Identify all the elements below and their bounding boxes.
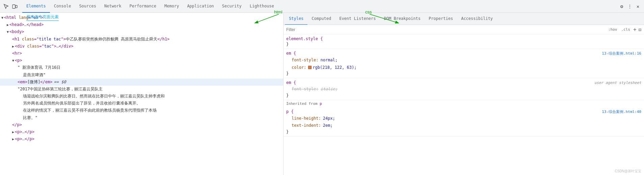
rule-header-em1: em { 13-综合案例.html:16 (286, 51, 641, 56)
tab-elements[interactable]: Elements (22, 0, 50, 13)
triangle-p[interactable] (12, 59, 14, 62)
right-tabs: Styles Computed Event Listeners DOM Brea… (284, 13, 644, 25)
device-toolbar-icon[interactable] (11, 3, 18, 10)
dom-line-div[interactable]: <div class="tac">…</div> (0, 43, 283, 50)
css-property-font-style-ua: font-style: italic; (286, 86, 641, 93)
svg-rect-0 (12, 5, 15, 8)
dom-line-html[interactable]: <html lang="en"> (0, 14, 283, 21)
dom-line-p2[interactable]: <p>…</p> (0, 128, 283, 136)
tab-security[interactable]: Security (218, 0, 246, 13)
css-source-em1[interactable]: 13-综合案例.html:16 (602, 51, 641, 56)
tab-network[interactable]: Network (100, 0, 126, 13)
css-closing-brace-em2: } (286, 93, 641, 98)
right-tab-properties[interactable]: Properties (425, 13, 457, 25)
styles-panel-container: Styles Computed Event Listeners DOM Brea… (284, 13, 644, 175)
right-tab-styles[interactable]: Styles (285, 13, 307, 25)
css-selector-em2[interactable]: em { (286, 80, 296, 85)
tab-performance[interactable]: Performance (126, 0, 160, 13)
triangle-html[interactable] (1, 16, 3, 20)
rule-header-em2: em { user agent stylesheet (286, 80, 641, 85)
css-rule-em-1: em { 13-综合案例.html:16 font-style: normal;… (284, 49, 644, 78)
triangle-p3[interactable] (12, 137, 14, 141)
color-swatch[interactable] (308, 66, 312, 69)
css-selector[interactable]: element.style { (286, 36, 323, 41)
more-icon[interactable]: ⋮ (626, 3, 633, 10)
user-agent-label: user agent stylesheet (594, 81, 641, 85)
right-tab-dom-breakpoints[interactable]: DOM Breakpoints (380, 13, 425, 25)
inherited-from-tag: p (320, 101, 322, 106)
filter-bar: :hov .cls + ⊡ (284, 25, 644, 34)
styles-content: :hov .cls + ⊡ element.style { } (284, 25, 644, 175)
dom-line-head[interactable]: <head>…</head> (0, 21, 283, 28)
dom-line-body[interactable]: <body> (0, 28, 283, 35)
css-rule-p: p { 13-综合案例.html:40 line-height: 24px; t… (284, 107, 644, 137)
dom-line-text7[interactable]: 比赛。" (0, 114, 283, 121)
hov-button[interactable]: :hov (607, 27, 618, 32)
dom-line-p-close[interactable]: </p> (0, 121, 283, 128)
filter-right: :hov .cls + ⊡ (607, 26, 641, 33)
triangle-body[interactable] (7, 30, 9, 34)
close-icon[interactable]: ✕ (635, 3, 641, 10)
dom-line-hr[interactable]: <hr> (0, 50, 283, 57)
dom-line-em[interactable]: <em>[微博]</em>== $0 (0, 79, 283, 86)
devtools-toolbar: Elements Console Sources Network Perform… (0, 0, 644, 13)
svg-rect-1 (16, 5, 17, 8)
dom-line-text2[interactable]: 是燕京啤酒" (0, 71, 283, 79)
cls-button[interactable]: .cls (620, 27, 631, 32)
dom-line-p[interactable]: <p> (0, 57, 283, 64)
css-property-line-height: line-height: 24px; (286, 115, 641, 122)
css-selector-em1[interactable]: em { (286, 51, 296, 56)
css-property-font-style: font-style: normal; (286, 57, 641, 64)
dom-line-text4[interactable]: 场迎战哈尔滨毅腾队的比赛日。然而就在比赛日中午，丽江嘉云昊队主帅李虎和 (0, 93, 283, 100)
css-closing-brace-p: } (286, 129, 641, 134)
css-selector-p[interactable]: p { (286, 109, 294, 114)
main-tabs: Elements Console Sources Network Perform… (22, 0, 617, 12)
dom-tree[interactable]: <html lang="en"> <head>…</head> <body> <… (0, 13, 283, 175)
dom-line-text5[interactable]: 另外两名成员悄然向俱乐部提出了辞呈，并且收拾行囊准备离开。 (0, 100, 283, 107)
select-element-icon[interactable] (3, 3, 9, 10)
tab-sources[interactable]: Sources (75, 0, 100, 13)
watermark: CSDN@茶叶宝宝 (615, 169, 642, 174)
tab-console[interactable]: Console (50, 0, 75, 13)
right-tab-computed[interactable]: Computed (307, 13, 335, 25)
triangle-p2[interactable] (12, 130, 14, 134)
dom-line-text1[interactable]: " 新浪体育讯 7月16日 (0, 64, 283, 71)
new-style-icon[interactable]: ⊡ (639, 27, 641, 32)
tab-lighthouse[interactable]: Lighthouse (246, 0, 278, 13)
tab-memory[interactable]: Memory (160, 0, 183, 13)
right-tab-accessibility[interactable]: Accessibility (457, 13, 497, 25)
toolbar-icons (3, 3, 18, 10)
triangle-div[interactable] (12, 45, 14, 48)
dom-line-text6[interactable]: 在这样的情况下，丽江嘉云昊不得不由此前的教练员杨贵东代理指挥了本场 (0, 107, 283, 114)
css-property-color: color: rgb(218, 122, 63); (286, 64, 641, 71)
css-closing-brace-em1: } (286, 71, 641, 76)
filter-input[interactable] (286, 27, 606, 32)
rule-header-p: p { 13-综合案例.html:40 (286, 109, 641, 114)
css-rule-element-style: element.style { } (284, 34, 644, 49)
css-closing-brace: } (286, 42, 641, 47)
tab-application[interactable]: Application (183, 0, 218, 13)
dom-line-text3[interactable]: "2017中国足协杯第三轮比赛，丽江嘉云昊队主 (0, 86, 283, 93)
dom-line-h1[interactable]: <h1 class="title tac">中乙队赛前突然换帅仍胜貌腾 高原黑马… (0, 36, 283, 43)
css-rule-em-2: em { user agent stylesheet font-style: i… (284, 78, 644, 100)
right-tab-event-listeners[interactable]: Event Listeners (335, 13, 380, 25)
dom-line-p3[interactable]: <p>…</p> (0, 136, 283, 143)
inherited-header: Inherited from p (284, 100, 644, 107)
css-source-p[interactable]: 13-综合案例.html:40 (602, 109, 641, 114)
settings-icon[interactable]: ⚙ (618, 3, 625, 10)
css-property-text-indent: text-indent: 2em; (286, 122, 641, 129)
main-container: <html lang="en"> <head>…</head> <body> <… (0, 13, 644, 175)
dom-panel: <html lang="en"> <head>…</head> <body> <… (0, 13, 284, 175)
rule-header: element.style { (286, 36, 641, 41)
triangle-head[interactable] (7, 23, 9, 27)
toolbar-actions: ⚙ ⋮ ✕ (618, 3, 641, 10)
add-style-icon[interactable]: + (633, 26, 637, 33)
